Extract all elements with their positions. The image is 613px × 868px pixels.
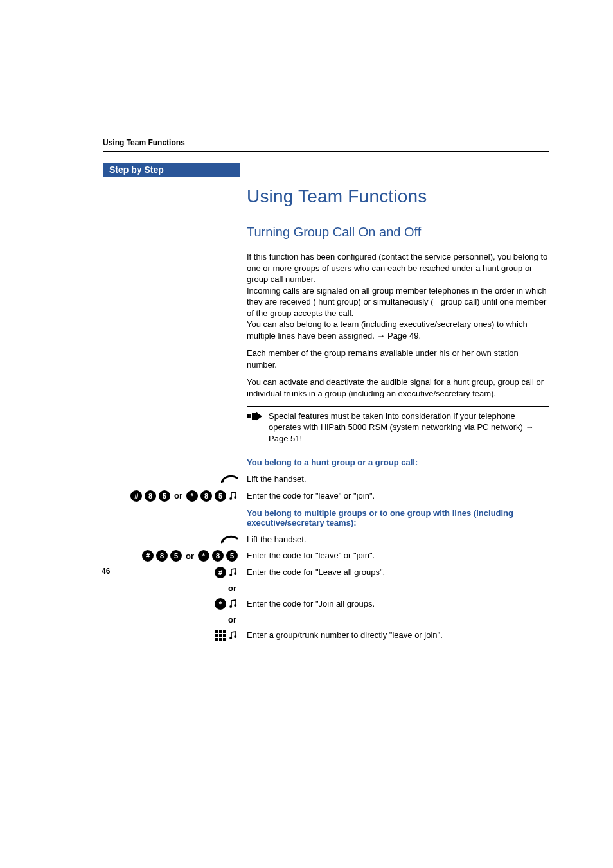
step-b5-text: Enter a group/trunk number to directly "… [247,630,549,641]
subhead-a: You belong to a hunt group or a group ca… [247,457,549,467]
step-b1-text: Lift the handset. [247,534,549,545]
step-b4-text: Enter the code for "Join all groups. [247,598,549,610]
page-title-h1: Using Team Functions [247,186,549,207]
key-star: * [198,550,209,562]
or-label: or [227,615,238,624]
intro-paragraph-1: If this function has been configured (co… [247,251,549,341]
svg-rect-11 [219,630,222,633]
or-label: or [227,583,238,593]
key-8: 8 [145,490,156,502]
svg-point-20 [234,635,236,638]
lift-handset-icon [221,474,238,484]
key-5: 5 [215,490,226,502]
page-number: 46 [102,567,110,576]
intro-paragraph-3: You can activate and deactivate the audi… [247,376,549,399]
header-rule [103,151,549,152]
svg-rect-17 [219,638,222,641]
key-5: 5 [226,550,238,562]
tone-icon [229,567,238,578]
step-a1-text: Lift the handset. [247,474,549,485]
svg-point-8 [229,605,232,608]
svg-rect-18 [223,638,226,641]
svg-rect-0 [247,414,249,418]
intro-paragraph-2: Each member of the group remains availab… [247,348,549,370]
step-by-step-bar: Step by Step [103,163,240,177]
lift-handset-icon [221,534,238,544]
svg-rect-10 [215,630,218,633]
key-hash: # [142,550,154,562]
tone-icon [229,491,238,501]
svg-point-7 [234,572,236,575]
svg-rect-15 [223,634,226,637]
svg-point-6 [229,574,232,576]
key-8: 8 [156,550,168,562]
key-5: 5 [170,550,182,562]
section-title-h2: Turning Group Call On and Off [247,225,549,240]
key-8: 8 [212,550,224,562]
running-head: Using Team Functions [103,138,185,147]
svg-rect-1 [249,414,251,418]
key-hash: # [215,567,226,578]
tone-icon [229,599,238,609]
step-a2-text: Enter the code for "leave" or "join". [247,490,549,502]
step-b3-text: Enter the code for "Leave all groups". [247,567,549,578]
step-b2-text: Enter the code for "leave" or "join". [247,550,549,562]
svg-point-9 [234,604,236,607]
svg-point-3 [229,497,232,500]
key-8: 8 [200,490,212,502]
svg-point-5 [222,540,224,542]
or-label: or [184,551,195,561]
subhead-b: You belong to multiple groups or to one … [247,508,549,527]
key-star: * [186,490,198,502]
svg-point-19 [229,637,232,639]
tone-icon [229,630,238,641]
svg-rect-14 [219,634,222,637]
svg-rect-12 [223,630,226,633]
key-hash: # [130,490,142,502]
note-text: Special features must be taken into cons… [269,411,549,445]
svg-rect-13 [215,634,218,637]
or-label: or [173,491,184,500]
svg-point-4 [234,496,236,499]
key-5: 5 [159,490,170,502]
svg-point-2 [222,481,224,483]
note-arrow-icon [247,412,262,445]
key-star: * [215,598,226,610]
note-block: Special features must be taken into cons… [247,406,549,449]
keypad-icon [215,630,226,641]
svg-rect-16 [215,638,218,641]
